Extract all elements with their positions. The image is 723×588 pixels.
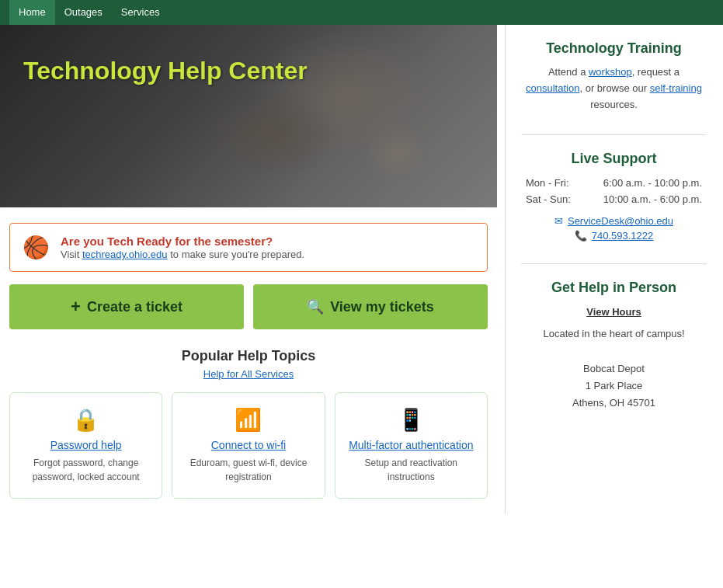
nav-outages[interactable]: Outages (55, 0, 112, 25)
weekend-label: Sat - Sun: (521, 191, 583, 207)
plus-icon: + (71, 297, 81, 317)
live-support-title: Live Support (521, 151, 707, 167)
techready-link[interactable]: techready.ohio.edu (82, 249, 168, 260)
main-nav: Home Outages Services (0, 0, 723, 25)
address-line3: Athens, OH 45701 (572, 397, 655, 409)
nav-services[interactable]: Services (112, 0, 169, 25)
weekday-time: 6:00 a.m. - 10:00 p.m. (583, 175, 707, 191)
page-wrapper: Technology Help Center 🏀 Are you Tech Re… (0, 25, 723, 514)
alert-title: Are you Tech Ready for the semester? (61, 235, 304, 248)
search-icon: 🔍 (307, 298, 324, 315)
phone-row: 📞 740.593.1222 (521, 230, 707, 242)
training-title: Technology Training (521, 40, 707, 57)
topic-cards: 🔒 Password help Forgot password, change … (9, 392, 488, 499)
hours-weekday: Mon - Fri: 6:00 a.m. - 10:00 p.m. (521, 175, 707, 191)
location-note: Located in the heart of campus! (543, 328, 684, 339)
address-line2: 1 Park Place (586, 380, 643, 391)
wifi-icon: 📶 (182, 407, 315, 433)
alert-content: Are you Tech Ready for the semester? Vis… (61, 235, 304, 260)
phone-icon: 📞 (575, 230, 587, 242)
training-body: Attend a workshop, request a consultatio… (521, 64, 707, 113)
hero-banner: Technology Help Center (0, 25, 497, 207)
hero-title: Technology Help Center (23, 56, 308, 85)
popular-link: Help for All Services (9, 367, 488, 380)
address-line1: Bobcat Depot (583, 363, 645, 374)
alert-banner: 🏀 Are you Tech Ready for the semester? V… (9, 223, 488, 272)
create-ticket-button[interactable]: + Create a ticket (9, 284, 244, 329)
in-person-body: View Hours Located in the heart of campu… (521, 304, 707, 412)
view-hours-link[interactable]: View Hours (521, 304, 707, 321)
lock-icon: 🔒 (19, 407, 152, 433)
password-help-desc: Forgot password, change password, locked… (33, 458, 140, 482)
topic-card-password[interactable]: 🔒 Password help Forgot password, change … (9, 392, 162, 499)
popular-section: Popular Help Topics Help for All Service… (0, 348, 497, 499)
alert-body: Visit techready.ohio.edu to make sure yo… (61, 249, 304, 260)
email-link[interactable]: ServiceDesk@ohio.edu (568, 215, 673, 227)
consultation-link[interactable]: consultation (526, 82, 579, 94)
self-training-link[interactable]: self-training (650, 82, 702, 94)
hero-overlay (0, 25, 497, 207)
workshop-link[interactable]: workshop (589, 66, 632, 78)
create-ticket-label: Create a ticket (87, 299, 182, 315)
view-tickets-button[interactable]: 🔍 View my tickets (253, 284, 488, 329)
email-icon: ✉ (554, 215, 563, 227)
mfa-desc: Setup and reactivation instructions (365, 458, 457, 482)
weekend-time: 10:00 a.m. - 6:00 p.m. (583, 191, 707, 207)
all-services-link[interactable]: Help for All Services (203, 368, 294, 380)
action-buttons: + Create a ticket 🔍 View my tickets (9, 284, 488, 329)
topic-card-mfa[interactable]: 📱 Multi-factor authentication Setup and … (335, 392, 488, 499)
phone-icon: 📱 (345, 407, 478, 433)
weekday-label: Mon - Fri: (521, 175, 583, 191)
nav-home[interactable]: Home (9, 0, 55, 25)
email-row: ✉ ServiceDesk@ohio.edu (521, 215, 707, 227)
wifi-link[interactable]: Connect to wi-fi (182, 439, 315, 451)
sidebar-training: Technology Training Attend a workshop, r… (521, 40, 707, 113)
main-content: Technology Help Center 🏀 Are you Tech Re… (0, 25, 497, 514)
support-hours-table: Mon - Fri: 6:00 a.m. - 10:00 p.m. Sat - … (521, 175, 707, 207)
sidebar-live-support: Live Support Mon - Fri: 6:00 a.m. - 10:0… (521, 151, 707, 242)
flag-icon: 🏀 (23, 235, 50, 260)
view-tickets-label: View my tickets (330, 299, 434, 315)
wifi-desc: Eduroam, guest wi-fi, device registratio… (190, 458, 308, 482)
in-person-title: Get Help in Person (521, 280, 707, 296)
sidebar-in-person: Get Help in Person View Hours Located in… (521, 280, 707, 412)
password-help-link[interactable]: Password help (19, 439, 152, 451)
divider-2 (521, 263, 707, 264)
mfa-link[interactable]: Multi-factor authentication (345, 439, 478, 451)
popular-title: Popular Help Topics (9, 348, 488, 364)
hours-weekend: Sat - Sun: 10:00 a.m. - 6:00 p.m. (521, 191, 707, 207)
divider-1 (521, 134, 707, 135)
topic-card-wifi[interactable]: 📶 Connect to wi-fi Eduroam, guest wi-fi,… (172, 392, 325, 499)
phone-link[interactable]: 740.593.1222 (592, 230, 654, 242)
sidebar: Technology Training Attend a workshop, r… (505, 25, 722, 514)
